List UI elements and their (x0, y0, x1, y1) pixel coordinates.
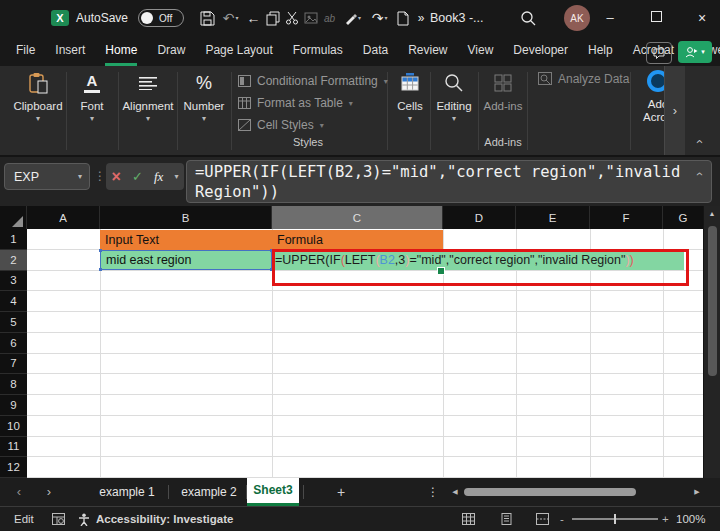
conditional-formatting-button[interactable]: Conditional Formatting ▾ (238, 74, 388, 88)
cell-mode-indicator[interactable]: Edit (14, 507, 34, 531)
row-header-3[interactable]: 3 (0, 271, 27, 292)
grid-row[interactable] (27, 457, 703, 478)
chevron-down-icon[interactable]: ▾ (358, 15, 361, 21)
accessibility-status[interactable]: Accessibility: Investigate (96, 507, 233, 531)
alignment-group-button[interactable]: Alignment ▾ (120, 70, 176, 123)
tab-formulas[interactable]: Formulas (293, 37, 343, 66)
horizontal-scroll-thumb[interactable] (464, 488, 636, 496)
sheet-tab-sheet3[interactable]: Sheet3 (247, 478, 299, 506)
cell-b1[interactable]: Input Text (100, 230, 272, 250)
ribbon-scroll-right-button[interactable]: › (664, 66, 685, 155)
copy-button[interactable] (263, 0, 282, 36)
select-all-corner[interactable] (0, 206, 27, 229)
column-header-b[interactable]: B (100, 206, 272, 229)
sheet-tab-example-1[interactable]: example 1 (92, 478, 162, 506)
zoom-level[interactable]: 100% (676, 507, 705, 531)
cancel-button[interactable]: × (112, 168, 121, 186)
column-header-g[interactable]: G (663, 206, 703, 229)
chevron-down-icon[interactable]: ▾ (384, 15, 387, 21)
cell-styles-button[interactable]: Cell Styles ▾ (238, 118, 324, 132)
hscroll-left-icon[interactable]: ◀ (448, 478, 462, 506)
grid-row[interactable] (27, 416, 703, 437)
column-header-a[interactable]: A (27, 206, 100, 229)
drag-dots-icon[interactable]: ⋮ (94, 163, 106, 190)
search-icon[interactable] (520, 10, 536, 26)
chevron-down-icon[interactable]: ▾ (78, 172, 82, 181)
next-sheet-button[interactable]: › (38, 478, 60, 506)
cell-b2[interactable]: mid east region (100, 250, 272, 270)
row-header-5[interactable]: 5 (0, 312, 27, 333)
minimize-button[interactable]: – (596, 0, 624, 36)
row-header-11[interactable]: 11 (0, 437, 27, 458)
column-header-c[interactable]: C (272, 206, 443, 229)
page-layout-view-button[interactable] (500, 513, 513, 525)
tab-home[interactable]: Home (105, 37, 137, 66)
row-header-1[interactable]: 1 (0, 229, 27, 250)
grid-row[interactable] (27, 437, 703, 458)
grid-row[interactable] (27, 374, 703, 395)
grid-row[interactable] (27, 354, 703, 375)
column-header-d[interactable]: D (443, 206, 516, 229)
add-sheet-button[interactable]: + (330, 478, 352, 506)
page-break-view-button[interactable] (536, 513, 549, 525)
range-handle[interactable] (99, 249, 102, 252)
column-header-e[interactable]: E (516, 206, 590, 229)
tab-file[interactable]: File (16, 37, 35, 66)
account-avatar[interactable]: AK (564, 5, 590, 31)
vertical-scroll-thumb[interactable] (708, 226, 717, 376)
hscroll-right-icon[interactable]: ▶ (690, 478, 704, 506)
sheet-options-button[interactable]: ⋮ (424, 478, 442, 506)
tab-insert[interactable]: Insert (55, 37, 85, 66)
redo-button[interactable]: ↷ ▾ (366, 0, 393, 36)
vertical-scrollbar[interactable]: ▲ (703, 206, 720, 478)
collapse-ribbon-button[interactable]: › (688, 132, 708, 150)
chevron-down-icon[interactable]: ▾ (235, 15, 238, 21)
zoom-in-button[interactable]: + (662, 507, 669, 531)
grid-row[interactable] (27, 291, 703, 312)
new-file-button[interactable] (393, 0, 412, 36)
cell-c1[interactable]: Formula (272, 230, 443, 250)
grid-row[interactable] (27, 312, 703, 333)
tab-page-layout[interactable]: Page Layout (205, 37, 272, 66)
row-header-7[interactable]: 7 (0, 354, 27, 375)
tab-developer[interactable]: Developer (513, 37, 568, 66)
range-handle[interactable] (99, 268, 102, 271)
sheet-tab-example-2[interactable]: example 2 (176, 478, 242, 506)
row-header-8[interactable]: 8 (0, 374, 27, 395)
row-header-6[interactable]: 6 (0, 333, 27, 354)
scroll-up-icon[interactable]: ▲ (704, 206, 720, 222)
tab-draw[interactable]: Draw (157, 37, 185, 66)
draw-touch-button[interactable]: ▾ (339, 0, 366, 36)
qat-overflow-button[interactable]: » (412, 0, 430, 36)
row-header-9[interactable]: 9 (0, 395, 27, 416)
prev-sheet-button[interactable]: ‹ (8, 478, 30, 506)
undo-button[interactable]: ↶ ▾ (217, 0, 244, 36)
comments-button[interactable] (646, 42, 672, 64)
autosave-toggle[interactable]: Off (138, 9, 184, 27)
zoom-out-button[interactable]: - (560, 507, 564, 531)
share-button[interactable]: ▾ (678, 41, 712, 63)
add-ins-button[interactable]: Add-ins (481, 70, 525, 112)
number-group-button[interactable]: % Number ▾ (179, 70, 229, 123)
row-header-4[interactable]: 4 (0, 291, 27, 312)
row-header-10[interactable]: 10 (0, 416, 27, 437)
chevron-down-icon[interactable]: ▾ (174, 172, 178, 181)
analyze-data-button[interactable]: Analyze Data (538, 72, 629, 86)
tab-view[interactable]: View (468, 37, 494, 66)
close-button[interactable]: × (688, 0, 716, 36)
editing-group-button[interactable]: Editing ▾ (432, 70, 476, 123)
formula-input[interactable]: =UPPER(IF(LEFT(B2,3)="mid","correct regi… (186, 160, 712, 203)
maximize-button[interactable] (642, 0, 670, 36)
clipboard-group-button[interactable]: Clipboard ▾ (10, 70, 66, 123)
grid-row[interactable] (27, 333, 703, 354)
tab-review[interactable]: Review (408, 37, 447, 66)
column-header-f[interactable]: F (590, 206, 663, 229)
enter-button[interactable]: ✓ (132, 169, 143, 184)
row-header-12[interactable]: 12 (0, 457, 27, 478)
macro-record-icon[interactable] (52, 513, 65, 525)
fill-handle[interactable] (437, 267, 445, 275)
cells-group-button[interactable]: Cells ▾ (390, 70, 430, 123)
zoom-slider-thumb[interactable] (614, 514, 616, 524)
insert-function-button[interactable]: fx (154, 169, 163, 185)
font-group-button[interactable]: A Font ▾ (68, 70, 116, 123)
